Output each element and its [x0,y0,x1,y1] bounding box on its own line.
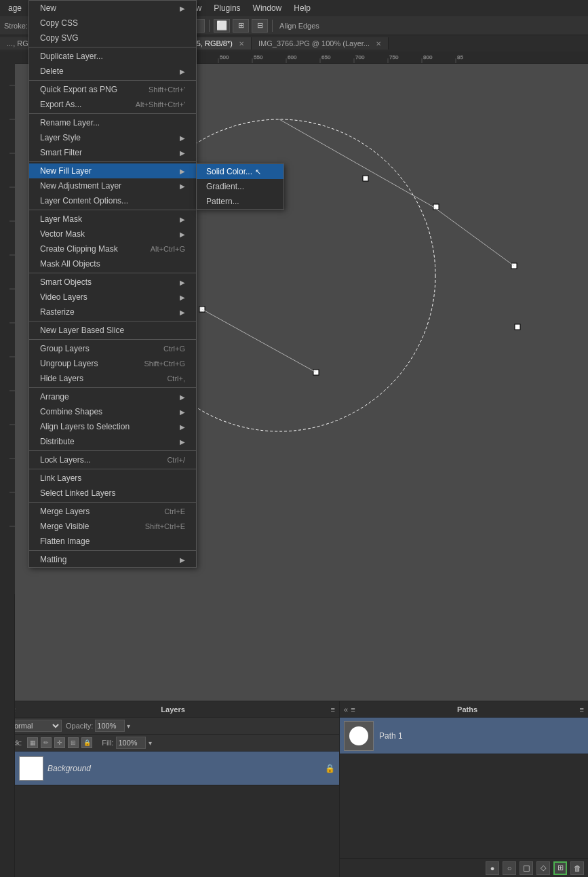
tab-2[interactable]: IMG_3766.JPG @ 100% (Layer... ✕ [252,37,389,50]
menu-layer-mask[interactable]: Layer Mask ▶ [29,212,196,227]
sep-12 [29,502,196,503]
tab-2-close[interactable]: ✕ [376,40,381,47]
sep-2 [29,80,196,81]
opacity-arrow[interactable]: ▾ [127,722,130,730]
menu-delete[interactable]: Delete ▶ [29,64,196,79]
sep-6 [29,273,196,273]
menu-rename-layer[interactable]: Rename Layer... [29,115,196,130]
sep-3 [29,113,196,114]
sep-9 [29,387,196,388]
svg-text:750: 750 [389,54,399,60]
lock-position-btn[interactable]: ✛ [54,737,65,748]
load-selection-btn[interactable]: ◻ [520,861,533,875]
toolbar-btn-1[interactable]: ⬜ [214,19,230,33]
align-edges-label: Align Edges [279,22,319,30]
fill-arrow[interactable]: ▾ [149,739,152,747]
menu-matting[interactable]: Matting ▶ [29,552,196,567]
menu-layer-content-options[interactable]: Layer Content Options... [29,193,196,208]
menu-new-layer-based-slice[interactable]: New Layer Based Slice [29,323,196,338]
menu-smart-objects[interactable]: Smart Objects ▶ [29,275,196,290]
fill-path-btn[interactable]: ● [486,861,499,875]
menu-mask-all-objects[interactable]: Mask All Objects [29,256,196,271]
menu-vector-mask[interactable]: Vector Mask ▶ [29,227,196,241]
menu-flatten-image[interactable]: Flatten Image [29,534,196,549]
menu-new-fill-layer[interactable]: New Fill Layer ▶ Solid Color... ↖ Gradie… [29,163,196,178]
menu-group-layers[interactable]: Group Layers Ctrl+G [29,341,196,356]
layer-lock-indicator: 🔒 [325,764,335,773]
path-row-1[interactable]: Path 1 [340,718,588,754]
menu-window[interactable]: Window [248,2,288,14]
lock-artboard-btn[interactable]: ⊞ [68,737,79,748]
menu-distribute[interactable]: Distribute ▶ [29,434,196,449]
menu-rasterize[interactable]: Rasterize ▶ [29,305,196,319]
distribute-arrow: ▶ [180,438,185,446]
menu-link-layers[interactable]: Link Layers [29,471,196,486]
smart-filter-arrow: ▶ [180,149,185,157]
layers-empty-area [0,785,339,877]
solid-color-item[interactable]: Solid Color... ↖ [197,164,283,179]
menu-layer-style[interactable]: Layer Style ▶ [29,130,196,145]
toolbar-btn-2[interactable]: ⊞ [233,19,249,33]
sep-5 [29,210,196,210]
layer-options-row: Normal Opacity: ▾ [0,718,339,735]
fill-submenu[interactable]: Solid Color... ↖ Gradient... Pattern... [196,163,284,210]
paths-panel-menu[interactable]: ≡ [580,705,584,714]
fill-label: Fill: [102,739,113,747]
layer-thumbnail [19,756,43,781]
fill-layer-arrow: ▶ [180,168,185,175]
menu-copy-svg[interactable]: Copy SVG [29,31,196,45]
fill-input[interactable] [116,737,146,749]
menu-select-linked-layers[interactable]: Select Linked Layers [29,486,196,501]
gradient-item[interactable]: Gradient... [197,179,283,194]
layer-menu[interactable]: New ▶ Copy CSS Copy SVG Duplicate Layer.… [28,0,197,568]
menu-duplicate-layer[interactable]: Duplicate Layer... [29,49,196,64]
menu-arrange[interactable]: Arrange ▶ [29,389,196,404]
lock-paint-btn[interactable]: ✏ [41,737,52,748]
menu-smart-filter[interactable]: Smart Filter ▶ [29,145,196,160]
pattern-item[interactable]: Pattern... [197,194,283,209]
menu-new-adjustment-layer[interactable]: New Adjustment Layer ▶ [29,178,196,193]
menu-lock-layers[interactable]: Lock Layers... Ctrl+/ [29,452,196,467]
menu-combine-shapes[interactable]: Combine Shapes ▶ [29,404,196,419]
menu-create-clipping-mask[interactable]: Create Clipping Mask Alt+Ctrl+G [29,241,196,256]
sep-1 [29,47,196,47]
delete-arrow: ▶ [180,68,185,75]
menu-hide-layers[interactable]: Hide Layers Ctrl+, [29,371,196,386]
layers-panel-menu[interactable]: ≡ [331,705,335,714]
menu-export-as[interactable]: Export As... Alt+Shift+Ctrl+' [29,97,196,112]
paths-panel-collapse[interactable]: « [344,705,348,714]
vertical-ruler [0,52,15,877]
svg-text:650: 650 [321,54,331,60]
opacity-input[interactable] [95,720,125,732]
layers-panel: « ≡ Layers ≡ Normal Opacity: ▾ Lock: ▦ ✏… [0,701,339,877]
menu-new[interactable]: New ▶ [29,1,196,16]
delete-path-btn[interactable]: 🗑 [570,861,584,875]
layer-row-background[interactable]: 👁 Background 🔒 [0,752,339,785]
stroke-path-btn[interactable]: ○ [503,861,516,875]
svg-rect-48 [515,324,520,330]
combine-shapes-arrow: ▶ [180,408,185,416]
menu-merge-layers[interactable]: Merge Layers Ctrl+E [29,504,196,519]
menu-plugins[interactable]: Plugins [208,2,246,14]
menu-help[interactable]: Help [288,2,316,14]
lock-pixels-btn[interactable]: ▦ [27,737,38,748]
layer-mask-arrow: ▶ [180,216,185,223]
new-path-btn[interactable]: ⊞ [553,861,567,875]
menu-ungroup-layers[interactable]: Ungroup Layers Shift+Ctrl+G [29,356,196,371]
paths-panel-minimize[interactable]: ≡ [351,705,355,714]
menu-video-layers[interactable]: Video Layers ▶ [29,290,196,305]
layer-style-arrow: ▶ [180,134,185,142]
layers-panel-header: « ≡ Layers ≡ [0,701,339,718]
toolbar-btn-3[interactable]: ⊟ [252,19,268,33]
tab-1-close[interactable]: ✕ [239,40,244,47]
lock-all-btn[interactable]: 🔒 [81,737,92,748]
make-work-path-btn[interactable]: ◇ [536,861,550,875]
menu-copy-css[interactable]: Copy CSS [29,16,196,31]
new-arrow: ▶ [180,5,185,12]
svg-rect-44 [363,176,368,181]
menu-align-layers[interactable]: Align Layers to Selection ▶ [29,419,196,434]
menu-age[interactable]: age [3,2,27,14]
menu-merge-visible[interactable]: Merge Visible Shift+Ctrl+E [29,519,196,534]
svg-line-50 [279,119,433,207]
menu-quick-export[interactable]: Quick Export as PNG Shift+Ctrl+' [29,82,196,97]
